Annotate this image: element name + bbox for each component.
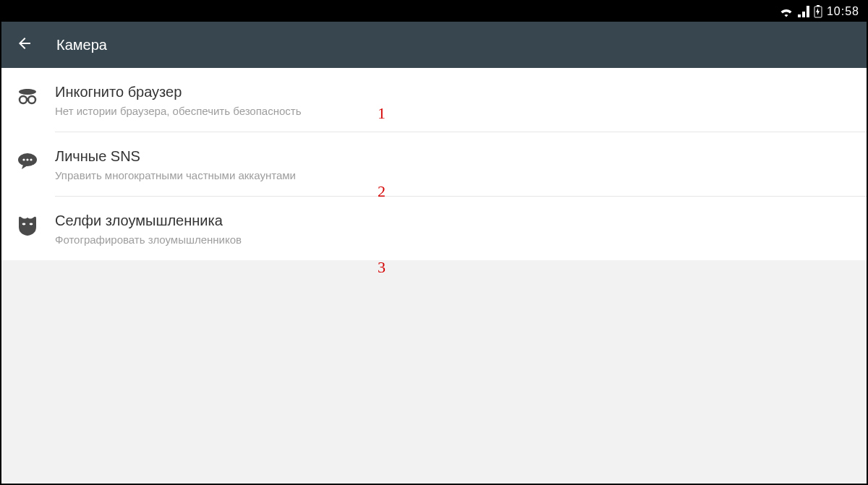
- back-button[interactable]: [16, 35, 33, 55]
- list-item-intruder-selfie[interactable]: Селфи злоумышленника Фотографировать зло…: [1, 197, 867, 260]
- svg-rect-3: [25, 89, 30, 92]
- list-item-title: Селфи злоумышленника: [55, 213, 852, 229]
- svg-point-11: [30, 223, 33, 226]
- list-item-title: Инкогнито браузер: [55, 84, 852, 100]
- list-item-subtitle: Фотографировать злоумышленников: [55, 233, 852, 246]
- list-item-private-sns[interactable]: Личные SNS Управить многократными частны…: [1, 132, 867, 196]
- annotation-2: 2: [378, 182, 386, 201]
- chat-bubble-icon: [16, 150, 42, 176]
- svg-point-9: [30, 158, 32, 160]
- status-bar: 10:58: [1, 1, 867, 22]
- mask-icon: [16, 214, 42, 240]
- svg-point-5: [28, 96, 35, 103]
- app-bar: Камера: [1, 22, 867, 68]
- svg-point-10: [22, 223, 26, 226]
- status-time: 10:58: [827, 5, 859, 18]
- svg-point-7: [22, 158, 25, 160]
- page-title: Камера: [56, 37, 107, 53]
- incognito-icon: [16, 85, 42, 111]
- list-item-subtitle: Управить многократными частными аккаунта…: [55, 169, 852, 181]
- app-frame: 10:58 Камера Инкогнито браузер Нет истор…: [0, 0, 868, 485]
- svg-point-4: [20, 96, 27, 103]
- settings-list: Инкогнито браузер Нет истории браузера, …: [1, 68, 867, 260]
- annotation-1: 1: [378, 104, 386, 123]
- list-item-incognito-browser[interactable]: Инкогнито браузер Нет истории браузера, …: [1, 68, 867, 132]
- list-item-subtitle: Нет истории браузера, обеспечить безопас…: [55, 105, 852, 117]
- wifi-icon: [779, 6, 793, 17]
- svg-rect-1: [817, 5, 820, 7]
- battery-charging-icon: [814, 5, 822, 18]
- svg-point-8: [26, 158, 28, 160]
- signal-icon: [798, 6, 809, 17]
- list-item-title: Личные SNS: [55, 148, 852, 165]
- annotation-3: 3: [378, 258, 386, 277]
